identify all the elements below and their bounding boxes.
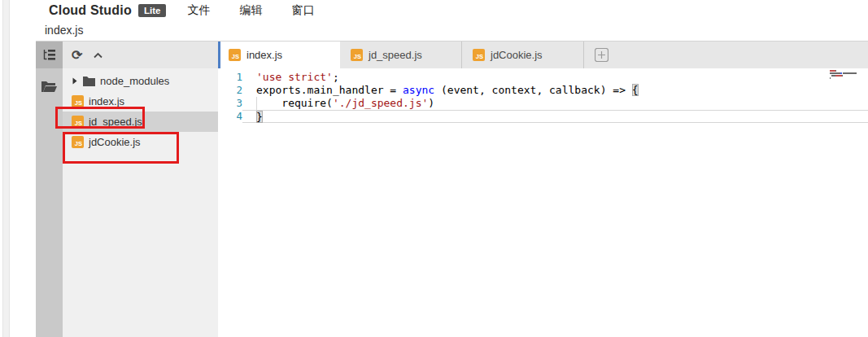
- minimap-line: [830, 75, 866, 77]
- js-file-icon: JS: [72, 136, 84, 148]
- menu-edit[interactable]: 编辑: [239, 3, 262, 18]
- minimap-token: [830, 72, 840, 74]
- minimap-token: [856, 72, 857, 74]
- token-brkt: }: [256, 111, 263, 123]
- minimap-line: [830, 77, 866, 79]
- minimap-token: [835, 75, 842, 77]
- minimap-token: [842, 75, 843, 77]
- tree-item-label: jdCookie.js: [89, 136, 141, 148]
- tab-jdcookie-js[interactable]: JSjdCookie.js: [462, 42, 584, 68]
- line-number: 2: [218, 84, 242, 97]
- new-tab-button[interactable]: [584, 42, 618, 68]
- minimap-token: [830, 77, 831, 79]
- code-line: 4}: [218, 110, 868, 123]
- list-tree-icon: [43, 50, 56, 60]
- tree-item-node-modules[interactable]: node_modules: [63, 71, 218, 91]
- menu-file[interactable]: 文件: [187, 3, 210, 18]
- tab-label: index.js: [246, 49, 282, 61]
- tab-jd-speed-js[interactable]: JSjd_speed.js: [340, 42, 462, 68]
- expand-arrow-icon[interactable]: [72, 77, 78, 85]
- file-explorer-sidebar: ⟳ node_modulesJSindex.jsJSjd_speed.jsJSj…: [63, 42, 218, 337]
- activity-item-folders[interactable]: [36, 76, 63, 97]
- tree-item-jd-speed-js[interactable]: JSjd_speed.js: [63, 112, 218, 132]
- tree-item-index-js[interactable]: JSindex.js: [63, 91, 218, 112]
- page-left-strip: [2, 0, 10, 337]
- token-brkt: {: [632, 84, 639, 96]
- token-str: './jd_speed.js': [333, 97, 428, 109]
- token-kw: async: [403, 84, 434, 96]
- cloud-studio-app: Cloud Studio Lite 文件编辑窗口 index.js ⟳ node…: [36, 0, 868, 337]
- menu-items: 文件编辑窗口: [187, 3, 314, 18]
- breadcrumb-file-label: index.js: [45, 24, 83, 37]
- token-pln: ): [428, 97, 434, 109]
- activity-bar: [36, 42, 63, 337]
- sidebar-header: ⟳: [63, 42, 218, 68]
- code-lines: 1'use strict';2exports.main_handler = as…: [218, 71, 868, 123]
- breadcrumb-bar: index.js: [36, 20, 868, 42]
- code-line: 2exports.main_handler = async (event, co…: [218, 84, 868, 97]
- line-number: 3: [218, 97, 242, 110]
- menu-window[interactable]: 窗口: [291, 3, 314, 18]
- token-pln: ;: [333, 71, 339, 83]
- code-text: exports.main_handler = async (event, con…: [242, 84, 868, 97]
- minimap-token: [835, 70, 836, 72]
- editor-group: JSindex.jsJSjd_speed.jsJSjdCookie.js 1'u…: [218, 42, 868, 337]
- code-line: 1'use strict';: [218, 71, 868, 84]
- minimap[interactable]: [830, 70, 866, 80]
- js-file-icon: JS: [72, 116, 84, 128]
- open-folder-icon: [41, 81, 57, 92]
- minimap-line: [830, 72, 866, 74]
- code-text: }: [242, 110, 868, 123]
- tree-item-label: node_modules: [100, 75, 169, 87]
- activity-item-explorer[interactable]: [36, 42, 63, 68]
- main-area: ⟳ node_modulesJSindex.jsJSjd_speed.jsJSj…: [36, 42, 868, 337]
- folder-icon: [83, 77, 95, 86]
- lite-badge: Lite: [138, 4, 166, 17]
- token-pln: (event, context, callback) =>: [434, 84, 632, 96]
- tree-item-label: jd_speed.js: [89, 116, 142, 128]
- tab-label: jd_speed.js: [369, 49, 422, 61]
- collapse-up-icon[interactable]: [93, 52, 103, 59]
- js-file-icon: JS: [72, 95, 84, 107]
- app-logo: Cloud Studio: [49, 3, 132, 18]
- line-number: 4: [218, 110, 242, 123]
- panel-sash[interactable]: [218, 42, 220, 68]
- js-file-icon: JS: [473, 49, 485, 61]
- js-file-icon: JS: [229, 49, 241, 61]
- tab-index-js[interactable]: JSindex.js: [218, 42, 340, 68]
- tree-item-label: index.js: [89, 95, 124, 107]
- code-text: 'use strict';: [242, 71, 868, 84]
- code-line: 3 require('./jd_speed.js'): [218, 97, 868, 110]
- minimap-token: [830, 70, 835, 72]
- code-editor[interactable]: 1'use strict';2exports.main_handler = as…: [218, 68, 868, 337]
- token-str: 'use strict': [256, 71, 333, 83]
- token-pln: exports.main_handler =: [256, 84, 403, 96]
- file-tree: node_modulesJSindex.jsJSjd_speed.jsJSjdC…: [63, 68, 218, 152]
- tree-item-jdcookie-js[interactable]: JSjdCookie.js: [63, 132, 218, 152]
- minimap-line: [830, 70, 866, 72]
- line-number: 1: [218, 71, 242, 84]
- minimap-token: [843, 72, 857, 74]
- code-text: require('./jd_speed.js'): [242, 97, 868, 110]
- tab-label: jdCookie.js: [491, 49, 543, 61]
- tab-bar: JSindex.jsJSjd_speed.jsJSjdCookie.js: [218, 42, 868, 68]
- refresh-icon[interactable]: ⟳: [72, 49, 82, 62]
- js-file-icon: JS: [351, 49, 363, 61]
- token-pln: require(: [256, 97, 333, 109]
- menu-bar: Cloud Studio Lite 文件编辑窗口: [36, 0, 868, 20]
